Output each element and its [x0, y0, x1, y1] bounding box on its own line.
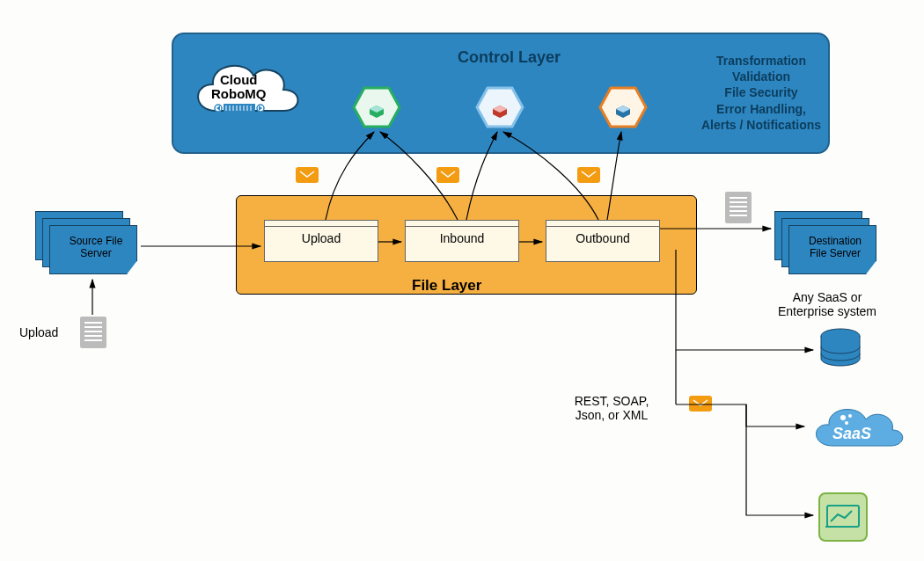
destination-note: Any SaaS or Enterprise system: [766, 290, 889, 318]
source-server-label: Source File Server: [55, 236, 137, 260]
stage-inbound-label: Inbound: [440, 231, 485, 245]
file-layer-title: File Layer: [412, 277, 481, 295]
destination-file-server: Destination File Server: [774, 211, 880, 273]
document-icon: [80, 317, 106, 348]
stage-inbound: Inbound: [405, 220, 519, 262]
envelope-icon: [436, 167, 459, 183]
envelope-icon: [689, 396, 712, 412]
cloud-label-2: RoboMQ: [211, 86, 266, 101]
control-layer-title: Control Layer: [458, 48, 561, 67]
svg-point-25: [848, 414, 852, 418]
source-file-server: Source File Server: [35, 211, 141, 273]
envelope-icon: [577, 167, 600, 183]
analytics-icon: [818, 492, 868, 542]
stage-upload: Upload: [264, 220, 378, 262]
svg-rect-22: [299, 170, 315, 180]
control-features-list: Transformation Validation File Security …: [695, 53, 827, 133]
stage-outbound: Outbound: [546, 220, 660, 262]
stage-outbound-label: Outbound: [576, 231, 630, 245]
stage-upload-label: Upload: [302, 231, 341, 245]
saas-cloud-icon: SaaS: [808, 400, 905, 453]
cloud-connector-icon: [213, 102, 266, 114]
destination-server-label: Destination File Server: [794, 236, 876, 260]
saas-cloud-label: SaaS: [832, 425, 871, 443]
hex-module-blue: [598, 86, 648, 128]
document-icon: [725, 192, 752, 223]
protocols-label: REST, SOAP, Json, or XML: [559, 394, 664, 422]
hex-module-green: [352, 86, 401, 128]
cloud-label-1: Cloud: [220, 72, 258, 87]
database-icon: [818, 327, 862, 371]
svg-point-24: [840, 415, 846, 420]
envelope-icon: [296, 167, 319, 183]
cloud-robomq-icon: Cloud RoboMQ: [185, 51, 308, 125]
hex-module-red: [475, 86, 524, 128]
upload-label: Upload: [19, 325, 58, 339]
